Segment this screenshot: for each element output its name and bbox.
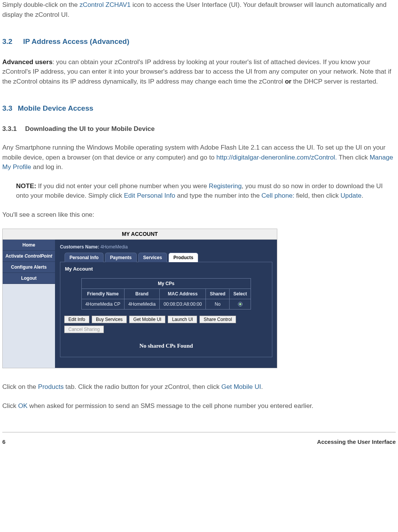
note-label: NOTE: xyxy=(16,182,36,190)
customer-name-value: 4HomeMedia xyxy=(100,244,128,250)
text: . xyxy=(261,383,263,390)
registering-link[interactable]: Registering xyxy=(209,182,242,190)
heading-num: 3.2 xyxy=(2,36,12,47)
heading-title: Mobile Device Access xyxy=(18,104,93,112)
col-select: Select xyxy=(230,289,251,299)
heading-3-3-1: 3.3.1Downloading the UI to your Mobile D… xyxy=(2,124,396,134)
get-mobile-ui-button[interactable]: Get Mobile UI xyxy=(129,316,165,323)
heading-title: IP Address Access (Advanced) xyxy=(23,37,129,45)
cell-select xyxy=(230,299,251,309)
heading-num: 3.3 xyxy=(2,103,12,114)
sidebar-item-logout[interactable]: Logout xyxy=(3,273,55,284)
heading-3-2: 3.2IP Address Access (Advanced) xyxy=(2,36,396,47)
ok-link[interactable]: OK xyxy=(18,402,28,409)
button-row: Edit Info Buy Services Get Mobile UI Lau… xyxy=(64,316,268,333)
text: and log in. xyxy=(31,163,63,171)
text: . xyxy=(361,192,363,199)
tab-personal-info[interactable]: Personal Info xyxy=(65,253,104,262)
cell-mac: 00:08:D3:A8:00:00 xyxy=(160,299,206,309)
get-mobile-ui-link[interactable]: Get Mobile UI xyxy=(222,383,261,390)
customer-name-line: Customers Name: 4HomeMedia xyxy=(60,243,272,250)
content-area: Customers Name: 4HomeMedia Personal Info… xyxy=(55,240,277,368)
table-caption: My CPs xyxy=(81,278,251,289)
text: Activate xyxy=(5,253,24,259)
text: the DHCP server is restarted. xyxy=(291,78,378,85)
page-number: 6 xyxy=(2,438,5,447)
text: when asked for permission to send an SMS… xyxy=(28,402,313,409)
sidebar-item-activate[interactable]: Activate ControlPoint xyxy=(3,251,55,262)
tabs: Personal Info Payments Services Products xyxy=(65,253,272,262)
products-panel: My Account My CPs Friendly Name Brand MA… xyxy=(60,262,272,357)
my-account-screenshot: MY ACCOUNT Home Activate ControlPoint Co… xyxy=(2,229,277,368)
sidebar-filler xyxy=(3,284,55,368)
select-radio[interactable] xyxy=(238,302,243,306)
intro-paragraph: Simply double-click on the zControl ZCHA… xyxy=(2,0,396,19)
sidebar-item-configure-alerts[interactable]: Configure Alerts xyxy=(3,262,55,273)
col-mac-address: MAC Address xyxy=(160,289,206,299)
share-control-button[interactable]: Share Control xyxy=(199,316,236,323)
text: field, then click xyxy=(294,192,341,199)
heading-title: Downloading the UI to your Mobile Device xyxy=(25,125,155,132)
or-strong: or xyxy=(285,78,291,85)
products-tab-link[interactable]: Products xyxy=(38,383,64,390)
cell-phone-field-link[interactable]: Cell phone: xyxy=(262,192,294,199)
my-cps-table: My CPs Friendly Name Brand MAC Address S… xyxy=(81,278,251,310)
text: Then click xyxy=(337,154,370,161)
sidebar-item-home[interactable]: Home xyxy=(3,240,55,251)
col-shared: Shared xyxy=(206,289,230,299)
text: Simply double-click on the xyxy=(2,1,79,8)
panel-title: My Account xyxy=(65,265,268,273)
after-p1: Click on the Products tab. Click the rad… xyxy=(2,382,396,392)
tab-services[interactable]: Services xyxy=(138,253,167,262)
tab-products[interactable]: Products xyxy=(168,253,198,262)
no-shared-cps-message: No shared CPs Found xyxy=(64,342,268,350)
col-friendly-name: Friendly Name xyxy=(81,289,124,299)
advanced-users-label: Advanced users xyxy=(2,58,52,66)
cancel-sharing-button: Cancel Sharing xyxy=(64,326,104,333)
profile-url-link[interactable]: http://digitalgar-deneronline.com/zContr… xyxy=(216,154,337,161)
s331-p2: You'll see a screen like this one: xyxy=(2,210,396,220)
customer-name-label: Customers Name: xyxy=(60,244,100,250)
zcontrol-icon-link[interactable]: zControl ZCHAV1 xyxy=(79,1,131,8)
sidebar: Home Activate ControlPoint Configure Ale… xyxy=(3,240,55,368)
edit-personal-info-link[interactable]: Edit Personal Info xyxy=(124,192,175,199)
update-link[interactable]: Update xyxy=(341,192,362,199)
text: If you did not enter your cell phone num… xyxy=(36,182,209,190)
launch-ui-button[interactable]: Launch UI xyxy=(168,316,197,323)
text: Click on the xyxy=(2,383,38,390)
cell-friendly-name: 4HomeMedia CP xyxy=(81,299,124,309)
note-block: NOTE: If you did not enter your cell pho… xyxy=(16,181,396,201)
table-row: 4HomeMedia CP 4HomeMedia 00:08:D3:A8:00:… xyxy=(81,299,251,309)
after-p2: Click OK when asked for permission to se… xyxy=(2,401,396,411)
chapter-title: Accessing the User Interface xyxy=(317,438,396,447)
screenshot-title: MY ACCOUNT xyxy=(3,229,277,240)
s32-paragraph: Advanced users: you can obtain your zCon… xyxy=(2,57,396,87)
text: Click xyxy=(2,402,18,409)
buy-services-button[interactable]: Buy Services xyxy=(92,316,127,323)
text: and type the number into the xyxy=(175,192,262,199)
col-brand: Brand xyxy=(124,289,159,299)
heading-3-3: 3.3Mobile Device Access xyxy=(2,103,396,114)
text: tab. Click the radio button for your zCo… xyxy=(64,383,222,390)
tab-payments[interactable]: Payments xyxy=(105,253,137,262)
cell-brand: 4HomeMedia xyxy=(124,299,159,309)
edit-info-button[interactable]: Edit Info xyxy=(64,316,89,323)
page-footer: 6 Accessing the User Interface xyxy=(2,432,396,447)
s331-p1: Any Smartphone running the Windows Mobil… xyxy=(2,143,396,172)
table-header-row: Friendly Name Brand MAC Address Shared S… xyxy=(81,289,251,299)
controlpoint-italic: ControlPoint xyxy=(24,253,52,259)
heading-num: 3.3.1 xyxy=(2,124,17,134)
cell-shared: No xyxy=(206,299,230,309)
